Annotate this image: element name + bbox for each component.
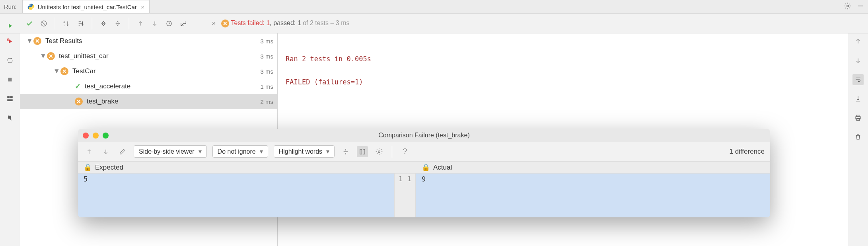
sort-duration-button[interactable]: [75, 18, 86, 29]
svg-rect-17: [856, 119, 860, 121]
up-trace-button[interactable]: [852, 36, 864, 47]
highlight-mode-select[interactable]: Highlight words▾: [274, 145, 335, 158]
sync-scroll-toggle[interactable]: [357, 146, 368, 157]
collapse-all-button[interactable]: [112, 18, 123, 29]
chevron-down-icon: ▾: [199, 148, 202, 155]
expand-all-button[interactable]: [98, 18, 109, 29]
viewer-mode-select[interactable]: Side-by-side viewer▾: [134, 145, 207, 158]
tree-label: test_brake: [87, 98, 118, 105]
svg-text:z: z: [64, 23, 65, 27]
run-button[interactable]: [4, 20, 16, 31]
comparison-dialog: Comparison Failure (test_brake) Side-by-…: [78, 129, 770, 217]
fail-status-icon: ✕: [75, 98, 83, 105]
svg-rect-13: [10, 96, 13, 98]
run-config-tab[interactable]: Unittests for test_unittest_car.TestCar …: [22, 0, 150, 13]
svg-line-5: [42, 21, 46, 25]
pin-button[interactable]: [4, 112, 16, 123]
toggle-auto-test-button[interactable]: [4, 55, 16, 66]
run-label: Run:: [4, 3, 17, 10]
window-close-button[interactable]: [83, 133, 89, 139]
tree-label: Test Results: [45, 37, 82, 45]
svg-rect-11: [8, 78, 12, 82]
svg-point-20: [378, 150, 380, 152]
import-tests-button[interactable]: [178, 18, 189, 29]
python-icon: [27, 3, 35, 10]
clear-all-button[interactable]: [852, 131, 864, 143]
svg-point-2: [847, 5, 849, 7]
show-ignored-toggle[interactable]: [38, 18, 49, 29]
expected-value: 5: [78, 174, 394, 217]
svg-point-1: [31, 9, 32, 10]
tree-label: TestCar: [72, 67, 96, 75]
rerun-failed-button[interactable]: 9: [4, 36, 16, 47]
print-button[interactable]: [852, 112, 864, 123]
status-text: » ✕ Tests failed: 1, passed: 1 of 2 test…: [212, 20, 350, 27]
edit-button[interactable]: [117, 146, 128, 157]
chevron-down-icon: ▾: [260, 148, 263, 155]
svg-point-0: [30, 4, 31, 5]
dialog-title: Comparison Failure (test_brake): [378, 132, 469, 139]
actual-value: 9: [422, 175, 426, 183]
close-icon[interactable]: ×: [141, 4, 144, 10]
line-gutter: 11: [394, 174, 416, 217]
collapse-unchanged-button[interactable]: [340, 146, 351, 157]
soft-wrap-toggle[interactable]: [852, 74, 864, 85]
actual-pane[interactable]: 9: [416, 174, 770, 217]
svg-rect-14: [7, 100, 13, 102]
expected-header: 🔒 Expected: [78, 162, 416, 173]
svg-text:9: 9: [8, 39, 9, 41]
layout-button[interactable]: [4, 93, 16, 104]
window-minimize-button[interactable]: [93, 133, 99, 139]
scroll-to-end-toggle[interactable]: [852, 93, 864, 104]
tree-test-brake[interactable]: ▼ ✕ test_brake 2 ms: [20, 94, 277, 109]
ignore-mode-select[interactable]: Do not ignore▾: [212, 145, 268, 158]
fail-status-icon: ✕: [60, 67, 68, 75]
tree-duration: 3 ms: [260, 38, 273, 45]
chevrons-icon: »: [212, 20, 216, 26]
tree-module[interactable]: ▼ ✕ test_unittest_car 3 ms: [20, 49, 277, 64]
tree-class[interactable]: ▼ ✕ TestCar 3 ms: [20, 64, 277, 79]
svg-rect-19: [363, 149, 365, 154]
diff-summary: 1 difference: [729, 148, 765, 156]
tree-root[interactable]: ▼ ✕ Test Results 3 ms: [20, 33, 277, 49]
lock-icon: 🔒: [84, 163, 92, 172]
chevron-down-icon: ▾: [326, 148, 329, 155]
pass-status-icon: ✓: [75, 82, 81, 91]
actual-header: 🔒 Actual: [416, 162, 770, 173]
minimize-icon[interactable]: [857, 2, 864, 11]
fail-status-icon: ✕: [221, 20, 229, 27]
diff-settings-button[interactable]: [374, 146, 385, 157]
down-trace-button[interactable]: [852, 55, 864, 66]
next-failed-button[interactable]: [149, 18, 160, 29]
fail-status-icon: ✕: [33, 37, 41, 45]
sort-alpha-button[interactable]: az: [61, 18, 72, 29]
svg-rect-12: [7, 96, 10, 98]
tree-duration: 3 ms: [260, 53, 273, 60]
svg-rect-18: [360, 149, 362, 154]
tree-duration: 2 ms: [260, 98, 273, 105]
tree-duration: 1 ms: [260, 83, 273, 90]
tree-duration: 3 ms: [260, 68, 273, 75]
window-zoom-button[interactable]: [103, 133, 109, 139]
tree-test-accelerate[interactable]: ▼ ✓ test_accelerate 1 ms: [20, 79, 277, 94]
tree-label: test_accelerate: [85, 82, 130, 90]
help-button[interactable]: ?: [399, 146, 411, 157]
fail-status-icon: ✕: [47, 52, 55, 60]
next-diff-button[interactable]: [100, 146, 111, 157]
tree-label: test_unittest_car: [59, 52, 109, 60]
expected-pane[interactable]: 5 11: [78, 174, 416, 217]
prev-failed-button[interactable]: [135, 18, 146, 29]
stop-button[interactable]: [4, 74, 16, 85]
show-passed-toggle[interactable]: [24, 18, 35, 29]
test-history-button[interactable]: [163, 18, 175, 29]
lock-icon: 🔒: [422, 163, 430, 172]
gear-icon[interactable]: [844, 2, 851, 11]
tab-title: Unittests for test_unittest_car.TestCar: [38, 4, 137, 10]
prev-diff-button[interactable]: [84, 146, 95, 157]
